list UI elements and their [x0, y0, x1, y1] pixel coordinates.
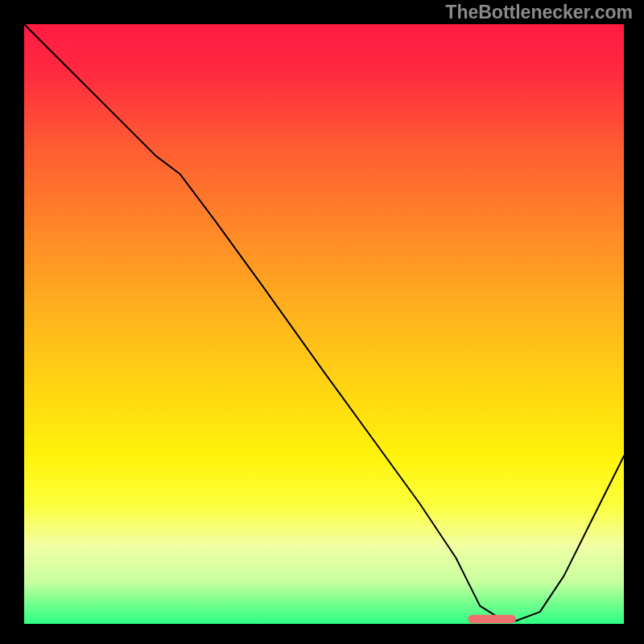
- chart-container: TheBottlenecker.com: [0, 0, 644, 644]
- bottleneck-chart: [0, 0, 644, 644]
- optimal-region-marker: [468, 615, 516, 623]
- watermark-text: TheBottlenecker.com: [445, 2, 633, 23]
